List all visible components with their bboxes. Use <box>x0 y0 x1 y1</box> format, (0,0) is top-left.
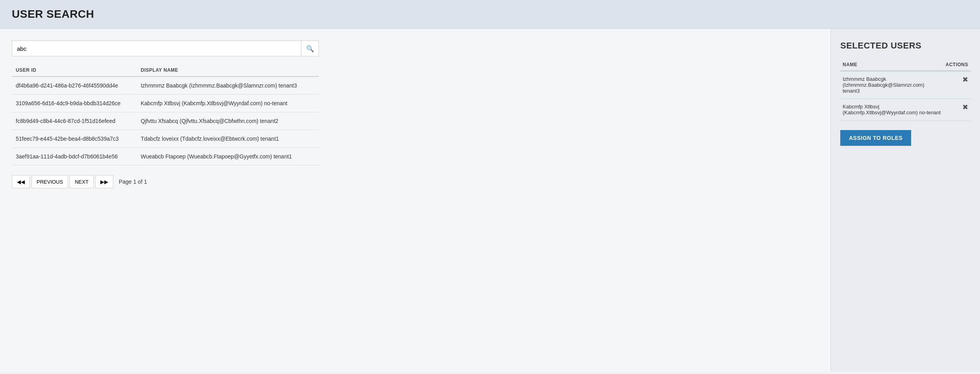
right-panel: SELECTED USERS NAME ACTIONS Izhmmmz Baab… <box>830 29 980 371</box>
selected-user-name: Izhmmmz Baabcgk (Izhmmmz.Baabcgk@Slamnzr… <box>840 71 943 99</box>
search-button[interactable]: 🔍 <box>301 41 319 56</box>
page-info: Page 1 of 1 <box>119 179 147 185</box>
last-icon: ▶▶ <box>100 179 108 185</box>
cell-user-id: df4b6a96-d241-486a-b276-46f45590dd4e <box>12 76 137 95</box>
last-page-button[interactable]: ▶▶ <box>95 175 113 188</box>
col-header-display-name: DISPLAY NAME <box>137 64 319 76</box>
selected-user-row: Izhmmmz Baabcgk (Izhmmmz.Baabcgk@Slamnzr… <box>840 71 971 99</box>
selected-users-table: NAME ACTIONS Izhmmmz Baabcgk (Izhmmmz.Ba… <box>840 59 971 121</box>
cell-user-id: fc8b9d49-c8b4-44c6-87cd-1f51d16efeed <box>12 112 137 130</box>
previous-page-button[interactable]: PREVIOUS <box>31 175 68 188</box>
selected-user-row: Kabcmfp Xtlbsvj (Kabcmfp.Xtlbsvj@Wyyrdaf… <box>840 99 971 121</box>
page-title: USER SEARCH <box>12 8 968 20</box>
cell-user-id: 3aef91aa-111d-4adb-bdcf-d7b6061b4e56 <box>12 148 137 166</box>
previous-label: PREVIOUS <box>37 179 63 185</box>
cell-user-id: 3109a656-6d16-4dc9-b9da-bbdb314d26ce <box>12 95 137 112</box>
cell-display-name: Izhmmmz Baabcgk (Izhmmmz.Baabcgk@Slamnzr… <box>137 76 319 95</box>
selected-users-title: SELECTED USERS <box>840 41 971 51</box>
left-panel: 🔍 USER ID DISPLAY NAME df4b6a96-d241-486… <box>0 29 830 371</box>
search-bar: 🔍 <box>12 41 319 56</box>
table-row[interactable]: fc8b9d49-c8b4-44c6-87cd-1f51d16efeedQjfv… <box>12 112 319 130</box>
next-label: NEXT <box>75 179 89 185</box>
pagination: ◀◀ PREVIOUS NEXT ▶▶ Page 1 of 1 <box>12 175 819 188</box>
remove-user-button[interactable]: ✖ <box>962 76 968 83</box>
selected-user-name: Kabcmfp Xtlbsvj (Kabcmfp.Xtlbsvj@Wyyrdaf… <box>840 99 943 121</box>
first-page-button[interactable]: ◀◀ <box>12 175 30 188</box>
table-row[interactable]: 3109a656-6d16-4dc9-b9da-bbdb314d26ceKabc… <box>12 95 319 112</box>
search-input[interactable] <box>12 41 301 56</box>
search-icon: 🔍 <box>306 45 314 52</box>
col-header-user-id: USER ID <box>12 64 137 76</box>
selected-col-name: NAME <box>840 59 943 71</box>
cell-display-name: Tdabcfz loveixx (Tdabcfz.loveixx@Ebtwcrk… <box>137 130 319 148</box>
table-row[interactable]: df4b6a96-d241-486a-b276-46f45590dd4eIzhm… <box>12 76 319 95</box>
selected-user-action-cell: ✖ <box>943 99 971 121</box>
cell-display-name: Wueabcb Ftapoep (Wueabcb.Ftapoep@Gyyetfx… <box>137 148 319 166</box>
assign-to-roles-button[interactable]: ASSIGN TO ROLES <box>840 130 911 146</box>
results-table: USER ID DISPLAY NAME df4b6a96-d241-486a-… <box>12 64 319 166</box>
table-row[interactable]: 3aef91aa-111d-4adb-bdcf-d7b6061b4e56Wuea… <box>12 148 319 166</box>
cell-display-name: Kabcmfp Xtlbsvj (Kabcmfp.Xtlbsvj@Wyyrdaf… <box>137 95 319 112</box>
page-header: USER SEARCH <box>0 0 980 29</box>
selected-col-actions: ACTIONS <box>943 59 971 71</box>
table-row[interactable]: 51feec79-e445-42be-bea4-d8b8c539a7c3Tdab… <box>12 130 319 148</box>
next-page-button[interactable]: NEXT <box>70 175 94 188</box>
selected-header-row: NAME ACTIONS <box>840 59 971 71</box>
main-content: 🔍 USER ID DISPLAY NAME df4b6a96-d241-486… <box>0 29 980 371</box>
cell-user-id: 51feec79-e445-42be-bea4-d8b8c539a7c3 <box>12 130 137 148</box>
cell-display-name: Qjfvttu Xfsabcq (Qjfvttu.Xfsabcq@Cbfwthn… <box>137 112 319 130</box>
first-icon: ◀◀ <box>17 179 25 185</box>
remove-user-button[interactable]: ✖ <box>962 104 968 111</box>
selected-user-action-cell: ✖ <box>943 71 971 99</box>
table-header-row: USER ID DISPLAY NAME <box>12 64 319 76</box>
